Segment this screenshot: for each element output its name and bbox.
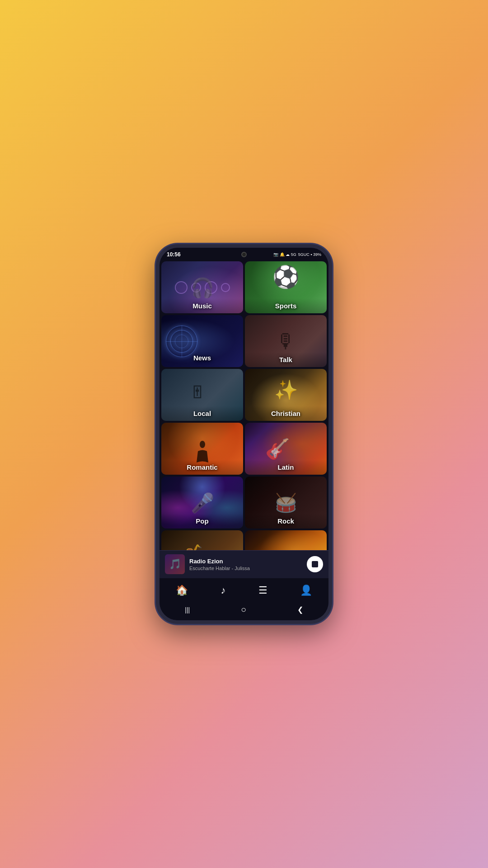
nav-music[interactable]: ♪	[213, 583, 233, 598]
category-sports[interactable]: ⚽ Sports	[245, 261, 327, 313]
stop-icon	[312, 561, 318, 567]
now-playing-thumb-icon: 🎵	[169, 558, 181, 570]
category-talk[interactable]: 🎙 Talk	[245, 315, 327, 367]
phone-frame: 10:56 📷 🔔 ☁ 5G 5GUC ▪ 39%	[156, 244, 332, 624]
home-icon: 🏠	[176, 585, 188, 596]
music-label: Music	[161, 298, 243, 313]
local-label: Local	[161, 406, 243, 421]
profile-icon: 👤	[300, 585, 312, 596]
now-playing-info: Radio Ezion Escucharte Hablar - Julissa	[189, 558, 302, 571]
category-pop[interactable]: 🎤 Pop	[161, 476, 243, 528]
globe-icon	[166, 326, 197, 357]
category-reggae[interactable]: 🌴🌴🌴 Reggae	[245, 530, 327, 550]
talk-label: Talk	[245, 352, 327, 367]
latin-guitar-icon: 🎸	[265, 437, 290, 461]
sports-label: Sports	[245, 298, 327, 313]
sports-ball-icon: ⚽	[272, 264, 300, 290]
svg-point-0	[200, 441, 205, 448]
classical-sax-icon: 🎷	[186, 543, 202, 551]
main-content[interactable]: 🎧 Music ⚽ Sports	[160, 259, 328, 550]
music-note-icon: ♪	[221, 585, 225, 596]
talk-person-icon: 🎙	[276, 330, 296, 353]
status-time: 10:56	[167, 251, 181, 258]
playlist-icon: ☰	[258, 585, 267, 596]
nav-home[interactable]: 🏠	[169, 583, 195, 598]
stop-button[interactable]	[307, 556, 323, 572]
category-classical[interactable]: 🎷 🎻 Classical	[161, 530, 243, 550]
latin-label: Latin	[245, 460, 327, 475]
rock-drums-icon: 🥁	[275, 492, 297, 513]
pop-dj-icon: 🎤	[191, 491, 214, 514]
category-news[interactable]: News	[161, 315, 243, 367]
now-playing-thumbnail: 🎵	[165, 554, 185, 574]
pop-label: Pop	[161, 514, 243, 528]
christian-label: Christian	[245, 406, 327, 421]
category-local[interactable]: 🎚 Local	[161, 369, 243, 421]
category-rock[interactable]: 🥁 Rock	[245, 476, 327, 528]
category-christian[interactable]: ✨ Christian	[245, 369, 327, 421]
android-back-button[interactable]: ❮	[297, 605, 303, 614]
network-icon: 📷 🔔 ☁ 5G	[273, 252, 296, 257]
android-home-button[interactable]: ○	[241, 604, 246, 615]
now-playing-bar[interactable]: 🎵 Radio Ezion Escucharte Hablar - Juliss…	[160, 550, 328, 578]
christian-light-icon: ✨	[274, 379, 298, 401]
now-playing-station: Radio Ezion	[189, 558, 302, 565]
bottom-nav: 🏠 ♪ ☰ 👤	[160, 578, 328, 601]
status-bar: 10:56 📷 🔔 ☁ 5G 5GUC ▪ 39%	[160, 248, 328, 259]
local-mic-icon: 🎚	[189, 382, 206, 402]
android-recents-button[interactable]: |||	[185, 606, 190, 613]
category-grid: 🎧 Music ⚽ Sports	[160, 259, 328, 550]
android-navbar: ||| ○ ❮	[160, 601, 328, 620]
battery-text: 5GUC ▪ 39%	[298, 252, 321, 257]
rock-label: Rock	[245, 514, 327, 528]
status-icons: 📷 🔔 ☁ 5G 5GUC ▪ 39%	[273, 252, 321, 257]
category-music[interactable]: 🎧 Music	[161, 261, 243, 313]
romantic-label: Romantic	[161, 460, 243, 475]
news-label: News	[161, 354, 243, 362]
nav-playlist[interactable]: ☰	[251, 583, 275, 598]
music-headphones-icon: 🎧	[191, 276, 214, 298]
phone-screen: 10:56 📷 🔔 ☁ 5G 5GUC ▪ 39%	[160, 248, 328, 620]
now-playing-song: Escucharte Hablar - Julissa	[189, 566, 302, 571]
nav-profile[interactable]: 👤	[293, 583, 319, 598]
category-latin[interactable]: 🎸 Latin	[245, 423, 327, 475]
category-romantic[interactable]: Romantic	[161, 423, 243, 475]
